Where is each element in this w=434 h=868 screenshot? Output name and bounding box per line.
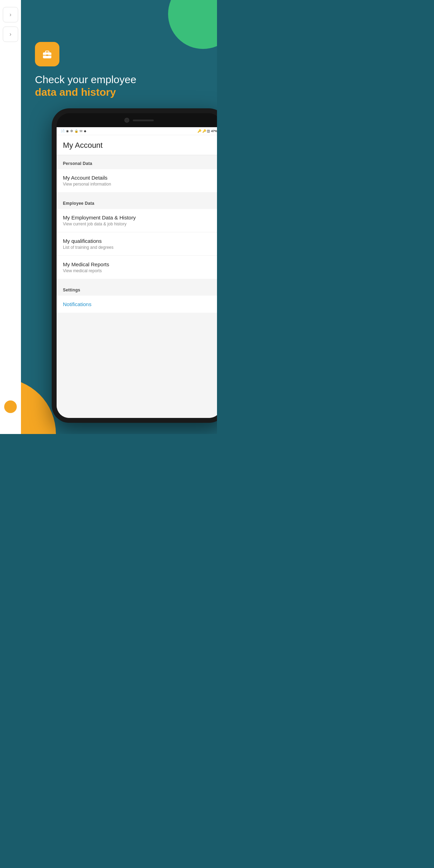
my-medical-reports-subtitle: View medical reports: [63, 268, 215, 273]
status-icon-mail: M: [80, 129, 82, 133]
hero-line1: Check your employee: [35, 73, 136, 86]
my-qualifications-subtitle: List of training and degrees: [63, 245, 215, 250]
phone-mockup: 📄 ◉ ⚙ 🔒 M ◆ 🔑 🔑 ◫ 47% My Account: [52, 108, 217, 423]
my-account-details-item[interactable]: My Account Details View personal informa…: [57, 169, 217, 192]
settings-group: Notifications: [57, 296, 217, 313]
briefcase-icon: [41, 48, 53, 60]
phone-outer: 📄 ◉ ⚙ 🔒 M ◆ 🔑 🔑 ◫ 47% My Account: [52, 108, 217, 423]
hero-line2: data and history: [35, 86, 136, 99]
status-icon-wifi: ◉: [66, 129, 69, 133]
personal-data-section-header: Personal Data: [57, 155, 217, 169]
phone-screen: 📄 ◉ ⚙ 🔒 M ◆ 🔑 🔑 ◫ 47% My Account: [57, 127, 217, 418]
notifications-item[interactable]: Notifications: [57, 296, 217, 313]
my-employment-data-subtitle: View current job data & job history: [63, 222, 215, 226]
personal-data-group: My Account Details View personal informa…: [57, 169, 217, 192]
app-header-title: My Account: [63, 141, 215, 150]
app-content[interactable]: Personal Data My Account Details View pe…: [57, 155, 217, 418]
phone-notch: [57, 113, 217, 127]
employee-data-section-header: Employee Data: [57, 195, 217, 209]
left-panel-item-1[interactable]: ›: [3, 7, 18, 22]
my-employment-data-title: My Employment Data & History: [63, 215, 215, 220]
hero-area: Check your employee data and history: [35, 42, 136, 99]
my-qualifications-item[interactable]: My qualifications List of training and d…: [57, 232, 217, 256]
settings-section-header: Settings: [57, 282, 217, 296]
status-bar-icons: 📄 ◉ ⚙ 🔒 M ◆: [61, 129, 86, 133]
status-icon-doc: 📄: [61, 129, 65, 133]
status-icon-key: 🔑: [197, 129, 201, 133]
employee-data-group: My Employment Data & History View curren…: [57, 209, 217, 279]
left-panel-dot: [4, 400, 17, 413]
status-bar-right: 🔑 🔑 ◫ 47%: [197, 129, 217, 133]
status-battery: 🔑 ◫ 47%: [202, 129, 217, 133]
status-icon-dot: ◆: [84, 129, 86, 133]
status-bar: 📄 ◉ ⚙ 🔒 M ◆ 🔑 🔑 ◫ 47%: [57, 127, 217, 135]
app-header: My Account: [57, 135, 217, 155]
phone-camera: [124, 118, 129, 123]
my-medical-reports-item[interactable]: My Medical Reports View medical reports: [57, 256, 217, 279]
my-medical-reports-title: My Medical Reports: [63, 261, 215, 267]
phone-speaker: [133, 120, 154, 121]
my-employment-data-item[interactable]: My Employment Data & History View curren…: [57, 209, 217, 232]
my-qualifications-title: My qualifications: [63, 238, 215, 244]
left-panel-item-2[interactable]: ›: [3, 27, 18, 42]
personal-data-label: Personal Data: [63, 161, 92, 166]
settings-label: Settings: [63, 288, 80, 292]
my-account-details-subtitle: View personal information: [63, 182, 215, 187]
employee-data-label: Employee Data: [63, 201, 94, 206]
notifications-title: Notifications: [63, 301, 215, 307]
briefcase-icon-wrapper: [35, 42, 59, 66]
left-panel: › ›: [0, 0, 21, 434]
status-icon-gear: ⚙: [70, 129, 73, 133]
svg-rect-2: [46, 55, 48, 56]
status-icon-lock: 🔒: [74, 129, 78, 133]
my-account-details-title: My Account Details: [63, 175, 215, 181]
